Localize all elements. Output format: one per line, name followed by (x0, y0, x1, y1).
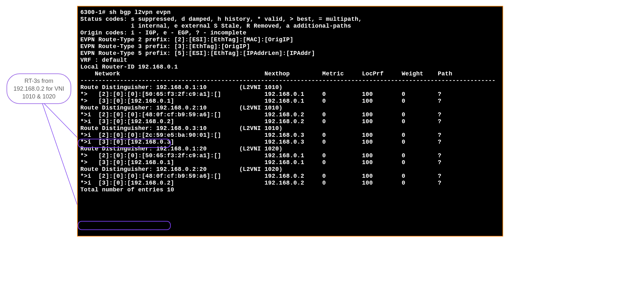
terminal-line: Route Distinguisher: 192.168.0.3:10 (L2V… (80, 125, 500, 132)
terminal-line: Route Distinguisher: 192.168.0.1:10 (L2V… (80, 84, 500, 91)
terminal-line: *> [3]:[0]:[192.168.0.1] 192.168.0.1 0 1… (80, 159, 500, 166)
terminal-line: *> [2]:[0]:[0]:[50:65:f3:2f:c9:a1]:[] 19… (80, 91, 500, 98)
terminal-line: *>i [3]:[0]:[192.168.0.3] 192.168.0.3 0 … (80, 139, 500, 146)
terminal-line: EVPN Route-Type 3 prefix: [3]:[EthTag]:[… (80, 43, 500, 50)
terminal-line: Route Distinguisher: 192.168.0.2:20 (L2V… (80, 166, 500, 173)
terminal-line: EVPN Route-Type 5 prefix: [5]:[ESI]:[Eth… (80, 50, 500, 57)
callout-text-line1: RT-3s from (24, 77, 53, 85)
terminal-line: *>i [2]:[0]:[0]:[2c:59:e5:ba:90:01]:[] 1… (80, 132, 500, 139)
terminal-line: Route Distinguisher: 192.168.0.2:10 (L2V… (80, 105, 500, 111)
terminal-line: Status codes: s suppressed, d damped, h … (80, 16, 500, 23)
terminal-line: *>i [3]:[0]:[192.168.0.2] 192.168.0.2 0 … (80, 118, 500, 125)
terminal-line: VRF : default (80, 57, 500, 64)
terminal-line: Network Nexthop Metric LocPrf Weight Pat… (80, 71, 500, 77)
terminal-line: *>i [3]:[0]:[192.168.0.2] 192.168.0.2 0 … (80, 180, 500, 187)
terminal-line: *>i [2]:[0]:[0]:[48:0f:cf:b9:59:a6]:[] 1… (80, 173, 500, 180)
terminal-line: 6300-1# sh bgp l2vpn evpn (80, 9, 500, 16)
terminal-line: i internal, e external S Stale, R Remove… (80, 23, 500, 30)
terminal-line: EVPN Route-Type 2 prefix: [2]:[ESI]:[Eth… (80, 36, 500, 43)
svg-line-0 (44, 103, 82, 142)
terminal-line: Route Distinguisher: 192.168.0.1:20 (L2V… (80, 146, 500, 152)
terminal-line: *>i [2]:[0]:[0]:[48:0f:cf:b9:59:a6]:[] 1… (80, 111, 500, 118)
callout-text-line3: 1010 & 1020 (22, 93, 55, 100)
terminal-line: Total number of entries 10 (80, 187, 500, 193)
callout-text-line2: 192.168.0.2 for VNI (13, 85, 64, 93)
terminal-line: *> [2]:[0]:[0]:[50:65:f3:2f:c9:a1]:[] 19… (80, 152, 500, 159)
terminal-line: *> [3]:[0]:[192.168.0.1] 192.168.0.1 0 1… (80, 98, 500, 105)
terminal-window[interactable]: 6300-1# sh bgp l2vpn evpnStatus codes: s… (77, 6, 503, 237)
terminal-line: Origin codes: i - IGP, e - EGP, ? - inco… (80, 30, 500, 36)
callout-bubble: RT-3s from 192.168.0.2 for VNI 1010 & 10… (7, 73, 71, 104)
terminal-line: ----------------------------------------… (80, 77, 500, 84)
terminal-line: Local Router-ID 192.168.0.1 (80, 64, 500, 71)
